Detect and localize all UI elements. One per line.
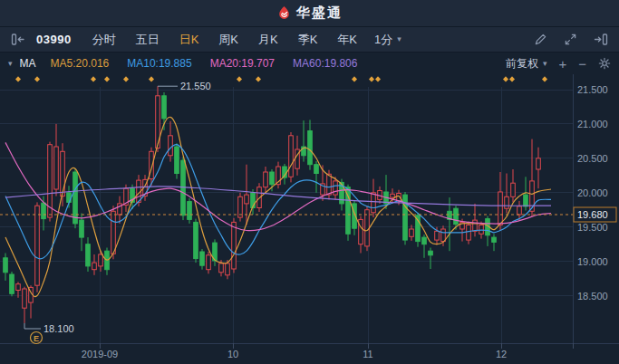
ma-value-ma10: MA10:19.885 — [127, 57, 191, 70]
tab-year-k[interactable]: 年K — [327, 27, 367, 52]
tab-time-share[interactable]: 分时 — [82, 27, 126, 52]
ma-line-ma5 — [5, 117, 551, 296]
chevron-down-icon: ▾ — [397, 35, 401, 43]
ma-value-ma60: MA60:19.806 — [293, 57, 357, 70]
indicator-bar-right: 前复权 ▾ + − — [506, 56, 611, 72]
tab-day-k[interactable]: 日K — [169, 27, 209, 52]
collapse-left-panel-icon[interactable] — [11, 33, 25, 46]
adjustment-label: 前复权 — [506, 56, 538, 72]
tab-five-day[interactable]: 五日 — [126, 27, 169, 52]
zoom-out-icon[interactable]: − — [578, 57, 586, 71]
open-right-panel-icon[interactable] — [594, 33, 608, 46]
svg-text:21.500: 21.500 — [577, 84, 608, 95]
svg-text:12: 12 — [496, 349, 507, 359]
huasheng-logo: 华盛通 — [276, 5, 343, 22]
y-axis-labels: 21.50021.00020.50020.00019.50019.00018.5… — [577, 84, 608, 302]
top-logo-bar: 华盛通 — [0, 0, 619, 27]
period-tabs: 分时五日日K周K月K季K年K — [82, 27, 367, 52]
ma-line-ma10 — [5, 145, 551, 259]
tab-quarter-k[interactable]: 季K — [288, 27, 328, 52]
svg-text:E: E — [34, 334, 39, 343]
ma-lines-layer — [5, 117, 551, 296]
draw-tools-pencil-icon[interactable] — [534, 33, 547, 46]
zoom-in-icon[interactable]: + — [558, 57, 566, 71]
svg-text:11: 11 — [363, 349, 372, 359]
event-diamonds[interactable] — [15, 76, 547, 81]
ma-values: MA5:20.016MA10:19.885MA20:19.707MA60:19.… — [51, 57, 376, 70]
ma-value-ma5: MA5:20.016 — [51, 57, 110, 70]
stock-code: 03990 — [36, 33, 72, 46]
minute-period-label: 1分 — [374, 32, 392, 48]
svg-text:20.500: 20.500 — [577, 153, 608, 164]
tab-month-k[interactable]: 月K — [248, 27, 288, 52]
svg-text:19.000: 19.000 — [577, 256, 608, 267]
low-price-label: 18.100 — [44, 323, 74, 334]
indicator-name[interactable]: MA — [20, 57, 36, 70]
svg-text:20.000: 20.000 — [577, 187, 608, 198]
ma-value-ma20: MA20:19.707 — [210, 57, 275, 70]
minute-period-dropdown[interactable]: 1分 ▾ — [374, 32, 401, 48]
kline-chart-svg[interactable]: 21.55018.100E21.50021.00020.50020.00019.… — [0, 74, 619, 364]
logo-text: 华盛通 — [296, 5, 343, 22]
tab-week-k[interactable]: 周K — [208, 27, 248, 52]
flame-logo-icon — [276, 5, 292, 21]
candlestick-chart[interactable]: 21.55018.100E21.50021.00020.50020.00019.… — [0, 74, 619, 364]
current-price-badge[interactable]: 19.680 — [574, 207, 616, 222]
svg-text:10: 10 — [227, 349, 238, 359]
chart-toolbar: 03990 分时五日日K周K月K季K年K 1分 ▾ — [0, 27, 619, 53]
svg-text:2019-09: 2019-09 — [82, 349, 118, 359]
adjustment-dropdown[interactable]: 前复权 ▾ — [506, 56, 547, 72]
huasheng-app-window: 华盛通 03990 分时五日日K周K月K季K年K 1分 ▾ — [0, 0, 619, 364]
svg-text:21.000: 21.000 — [577, 119, 608, 129]
grid-layer — [0, 74, 619, 343]
x-axis-labels: 2019-09101112 — [82, 343, 573, 359]
event-marker[interactable]: E — [31, 332, 43, 344]
chevron-down-icon: ▾ — [543, 60, 547, 68]
fullscreen-icon[interactable] — [564, 33, 577, 46]
high-price-label: 21.550 — [180, 81, 211, 91]
gear-icon[interactable] — [598, 57, 611, 70]
toolbar-right-icons — [534, 33, 608, 46]
svg-text:19.680: 19.680 — [577, 209, 608, 220]
indicator-bar: ▾ MA MA5:20.016MA10:19.885MA20:19.707MA6… — [0, 53, 619, 74]
svg-text:18.500: 18.500 — [577, 291, 608, 302]
svg-text:19.500: 19.500 — [577, 222, 608, 233]
indicator-chevron-down-icon[interactable]: ▾ — [8, 60, 13, 68]
